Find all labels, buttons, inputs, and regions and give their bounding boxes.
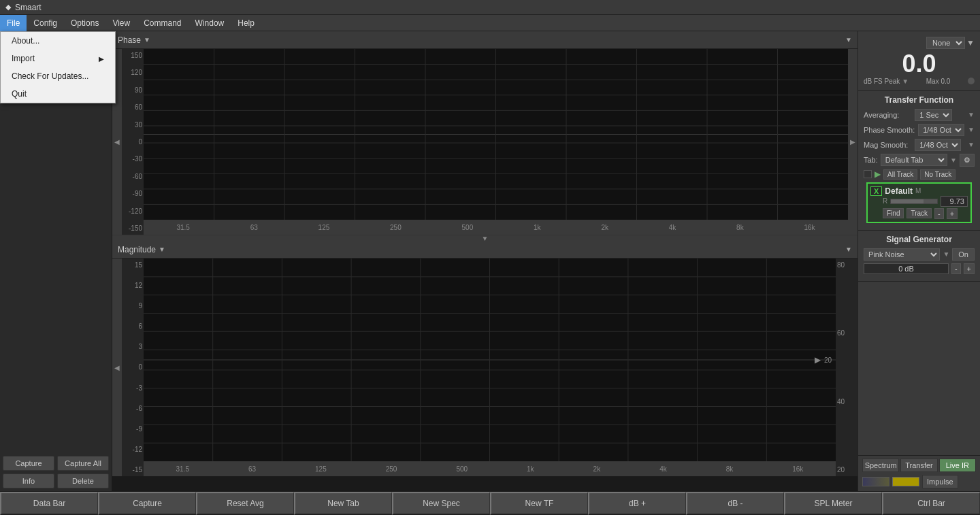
phase-settings-icon[interactable]: ▼ bbox=[845, 36, 852, 44]
sig-gen-db-input[interactable]: 0 dB bbox=[864, 263, 949, 274]
default-label: Default bbox=[885, 186, 913, 196]
tf-phase-smooth-label: Phase Smooth: bbox=[864, 126, 915, 134]
menu-import[interactable]: Import ▶ bbox=[1, 50, 115, 67]
level-value: 0.0 bbox=[864, 50, 975, 78]
sidebar-btn-row-2: Info Delete bbox=[3, 474, 109, 488]
app-icon: ◆ bbox=[5, 3, 11, 12]
capture-all-button[interactable]: Capture All bbox=[57, 456, 109, 471]
sig-gen-title: Signal Generator bbox=[864, 235, 975, 244]
toolbar-new-tab[interactable]: New Tab bbox=[294, 492, 392, 515]
tab-row: Spectrum Transfer Live IR bbox=[862, 459, 976, 472]
menu-quit[interactable]: Quit bbox=[1, 85, 115, 103]
tf-averaging-label: Averaging: bbox=[864, 111, 899, 119]
magnitude-collapse-left[interactable]: ◀ bbox=[112, 259, 122, 476]
main-layout: Capture Capture All Info Delete Phase ▼ … bbox=[0, 31, 980, 491]
spectrum-tab[interactable]: Spectrum bbox=[862, 459, 899, 472]
menu-command[interactable]: Command bbox=[137, 15, 188, 31]
phase-chart-body: ◀ 150 120 90 60 30 0 -30 -60 -90 -120 -1… bbox=[112, 49, 858, 235]
tf-avg-arrow: ▼ bbox=[968, 111, 975, 118]
magnitude-title: Magnitude ▼ bbox=[118, 245, 165, 254]
tf-track-row: ▶ All Track No Track bbox=[864, 169, 975, 180]
chart-divider[interactable]: ▼ bbox=[112, 235, 858, 241]
menubar: File Config Options View Command Window … bbox=[0, 15, 980, 31]
tf-gear-button[interactable]: ⚙ bbox=[960, 154, 975, 167]
default-row: X Default M bbox=[870, 186, 968, 196]
impulse-row: Impulse bbox=[862, 475, 976, 488]
toolbar-data-bar[interactable]: Data Bar bbox=[0, 492, 98, 515]
magnitude-right-y-axis: 80 60 40 20 bbox=[836, 259, 858, 476]
level-subrow: dB FS Peak ▼ Max 0.0 bbox=[864, 78, 975, 85]
toolbar-reset-avg[interactable]: Reset Avg bbox=[196, 492, 294, 515]
live-ir-tab[interactable]: Live IR bbox=[939, 459, 976, 472]
tf-mag-smooth-label: Mag Smooth: bbox=[864, 141, 908, 149]
level-source-select[interactable]: None bbox=[926, 37, 965, 49]
toolbar-db-plus[interactable]: dB + bbox=[588, 492, 686, 515]
menu-config[interactable]: Config bbox=[27, 15, 64, 31]
toolbar-spl-meter[interactable]: SPL Meter bbox=[784, 492, 882, 515]
level-dropdown-arrow: ▼ bbox=[966, 38, 975, 48]
phase-grid bbox=[144, 49, 848, 220]
default-entry: X Default M R 9.73 Find Track - + bbox=[866, 182, 972, 223]
sig-gen-arrow: ▼ bbox=[943, 250, 949, 258]
toolbar-new-spec[interactable]: New Spec bbox=[392, 492, 490, 515]
toolbar-new-tf[interactable]: New TF bbox=[490, 492, 588, 515]
sig-gen-type-select[interactable]: Pink Noise bbox=[864, 248, 940, 261]
tf-mag-smooth-select[interactable]: 1/48 Oct bbox=[915, 139, 961, 151]
magnitude-chart-header: Magnitude ▼ ▼ bbox=[112, 241, 858, 259]
toolbar-db-minus[interactable]: dB - bbox=[686, 492, 784, 515]
menu-help[interactable]: Help bbox=[231, 15, 261, 31]
find-button[interactable]: Find bbox=[883, 208, 904, 218]
phase-collapse-right[interactable]: ▶ bbox=[848, 49, 858, 235]
default-value-num[interactable]: 9.73 bbox=[941, 196, 968, 207]
magnitude-x-labels: 31.5 63 125 250 500 1k 2k 4k 8k 16k bbox=[146, 465, 833, 473]
menu-check-updates[interactable]: Check For Updates... bbox=[1, 67, 115, 85]
menu-file[interactable]: File bbox=[0, 15, 27, 31]
toolbar-ctrl-bar[interactable]: Ctrl Bar bbox=[882, 492, 980, 515]
tf-tab-arrow: ▼ bbox=[950, 156, 957, 164]
sig-gen-section: Signal Generator Pink Noise ▼ On 0 dB - … bbox=[858, 231, 980, 282]
menu-view[interactable]: View bbox=[105, 15, 137, 31]
app-title: Smaart bbox=[15, 3, 42, 12]
delete-button[interactable]: Delete bbox=[57, 474, 109, 488]
sidebar-btn-row-1: Capture Capture All bbox=[3, 456, 109, 471]
color-bar-2 bbox=[892, 477, 919, 486]
phase-dropdown-icon[interactable]: ▼ bbox=[144, 36, 150, 44]
sig-gen-plus-button[interactable]: + bbox=[964, 263, 975, 274]
menu-window[interactable]: Window bbox=[189, 15, 231, 31]
menu-options[interactable]: Options bbox=[64, 15, 105, 31]
phase-title: Phase ▼ bbox=[118, 35, 150, 45]
menu-about[interactable]: About... bbox=[1, 32, 115, 50]
tf-all-track-button[interactable]: All Track bbox=[883, 169, 917, 180]
capture-button[interactable]: Capture bbox=[3, 456, 54, 471]
phase-x-axis: 31.5 63 125 250 500 1k 2k 4k 8k 16k bbox=[144, 220, 848, 235]
phase-x-labels: 31.5 63 125 250 500 1k 2k 4k 8k 16k bbox=[146, 224, 845, 231]
magnitude-play-icon[interactable]: ▶ 20 bbox=[815, 355, 832, 365]
plus-button[interactable]: + bbox=[947, 208, 958, 219]
default-value-bar bbox=[890, 199, 938, 204]
level-dropdown-row: None ▼ bbox=[864, 37, 975, 49]
magnitude-y-axis: 15 12 9 6 3 0 -3 -6 -9 -12 -15 bbox=[122, 259, 144, 476]
sig-gen-row-1: Pink Noise ▼ On bbox=[864, 248, 975, 261]
tf-play-icon[interactable]: ▶ bbox=[875, 169, 881, 179]
default-value-row: R 9.73 bbox=[883, 196, 968, 207]
tf-phase-smooth-select[interactable]: 1/48 Oct bbox=[918, 124, 964, 136]
tf-tab-select[interactable]: Default Tab bbox=[881, 154, 947, 166]
impulse-button[interactable]: Impulse bbox=[922, 475, 958, 488]
magnitude-dropdown-icon[interactable]: ▼ bbox=[159, 246, 165, 253]
sig-gen-on-button[interactable]: On bbox=[952, 248, 975, 261]
tf-checkbox[interactable] bbox=[864, 170, 872, 178]
level-unit: dB FS Peak ▼ bbox=[864, 78, 909, 85]
sig-gen-minus-button[interactable]: - bbox=[951, 263, 961, 274]
default-x-button[interactable]: X bbox=[870, 186, 882, 196]
magnitude-grid: ▶ 20 bbox=[144, 259, 836, 461]
info-button[interactable]: Info bbox=[3, 474, 54, 488]
transfer-tab[interactable]: Transfer bbox=[900, 459, 937, 472]
magnitude-settings-icon[interactable]: ▼ bbox=[845, 246, 852, 253]
tf-no-track-button[interactable]: No Track bbox=[920, 169, 956, 180]
tf-averaging-select[interactable]: 1 Sec bbox=[915, 109, 952, 121]
toolbar-capture[interactable]: Capture bbox=[98, 492, 196, 515]
bottom-toolbar: Data Bar Capture Reset Avg New Tab New S… bbox=[0, 491, 980, 515]
minus-button[interactable]: - bbox=[934, 208, 944, 219]
color-bar-1 bbox=[862, 477, 889, 486]
track-button[interactable]: Track bbox=[906, 208, 932, 218]
